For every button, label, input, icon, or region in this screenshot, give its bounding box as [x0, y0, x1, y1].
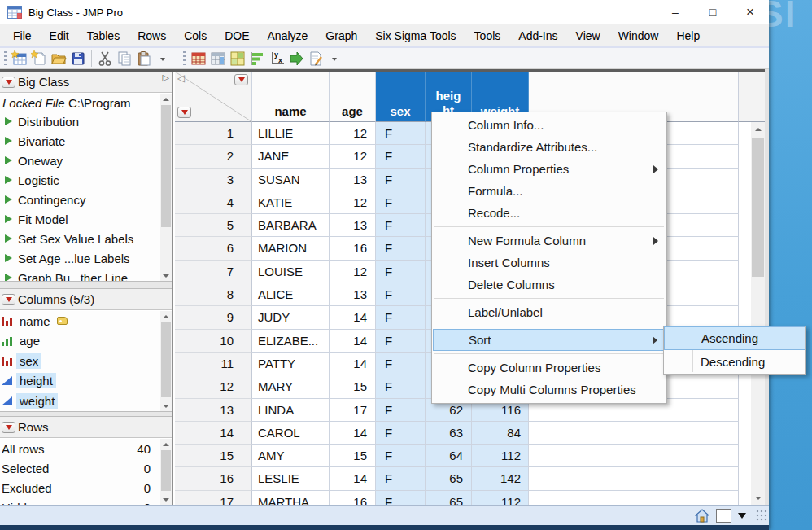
context-menu-item[interactable] — [433, 351, 666, 357]
row-number-cell[interactable]: 12 — [175, 375, 252, 398]
panel-splitter[interactable] — [0, 411, 172, 417]
new-journal-icon[interactable] — [29, 49, 49, 68]
script-item[interactable]: Graph Bu...ther Line — [0, 268, 172, 281]
toolbar-grip[interactable] — [4, 51, 7, 66]
cell-name[interactable]: SUSAN — [252, 169, 330, 191]
cell-age[interactable]: 13 — [330, 214, 376, 237]
column-header-name[interactable]: name — [252, 72, 330, 122]
menu-item[interactable]: DOE — [216, 25, 258, 46]
context-menu-item[interactable]: Label/Unlabel — [433, 301, 666, 323]
sort-submenu-item[interactable]: Descending — [664, 350, 805, 374]
row-number-cell[interactable]: 2 — [175, 145, 252, 168]
cell-sex[interactable]: F — [376, 445, 426, 467]
resize-grip-icon[interactable] — [756, 510, 767, 521]
context-menu-item[interactable] — [433, 224, 666, 230]
cell-name[interactable]: ALICE — [252, 283, 330, 306]
script-item[interactable]: Fit Model — [0, 209, 172, 229]
context-menu-item[interactable]: Sort — [433, 329, 666, 351]
context-menu-item[interactable]: New Formula Column — [433, 230, 666, 252]
cell-name[interactable]: CAROL — [252, 422, 330, 445]
context-menu-item[interactable] — [433, 296, 666, 301]
scroll-down-icon[interactable] — [160, 494, 172, 505]
cell-age[interactable]: 12 — [330, 191, 376, 214]
column-list-item[interactable]: weight — [0, 391, 172, 411]
dropdown-arrow-icon[interactable] — [738, 513, 746, 519]
home-icon[interactable] — [695, 509, 709, 523]
row-number-cell[interactable]: 9 — [175, 306, 252, 329]
cell-name[interactable]: JANE — [252, 145, 330, 168]
cell-sex[interactable]: F — [376, 491, 426, 505]
cell-age[interactable]: 12 — [330, 145, 376, 168]
cell-name[interactable]: LOUISE — [252, 261, 330, 283]
cell-height[interactable]: 65 — [426, 491, 472, 505]
context-menu-item[interactable]: Column Properties — [433, 158, 666, 180]
copy-icon[interactable] — [115, 49, 134, 68]
cell-weight[interactable]: 84 — [472, 422, 529, 445]
column-header-age[interactable]: age — [330, 72, 376, 122]
cell-sex[interactable]: F — [376, 467, 426, 490]
scroll-up-icon[interactable] — [160, 311, 172, 322]
toolbar-overflow-icon[interactable] — [157, 50, 168, 67]
cell-age[interactable]: 14 — [330, 306, 376, 329]
scroll-up-icon[interactable] — [160, 439, 172, 449]
script-item[interactable]: Logistic — [0, 170, 172, 190]
new-data-table-icon[interactable] — [10, 49, 29, 68]
context-menu-item[interactable]: Recode... — [433, 202, 666, 224]
row-number-cell[interactable]: 1 — [175, 122, 252, 145]
cell-age[interactable]: 13 — [330, 169, 376, 191]
context-menu-item[interactable]: Copy Multi Columns Properties — [433, 379, 666, 401]
script-item[interactable]: Set Sex Value Labels — [0, 229, 172, 248]
row-number-cell[interactable]: 10 — [175, 330, 252, 353]
cell-height[interactable]: 65 — [426, 467, 472, 490]
grid-corner-cell[interactable]: ◁ — [175, 72, 252, 122]
menu-item[interactable]: Tools — [465, 25, 510, 46]
sort-submenu-item[interactable]: Ascending — [664, 326, 805, 350]
menu-item[interactable]: Analyze — [259, 25, 317, 46]
row-number-cell[interactable]: 6 — [175, 237, 252, 260]
table-menu-icon[interactable] — [2, 77, 15, 88]
column-list-item[interactable]: name — [0, 311, 172, 331]
maximize-button[interactable]: □ — [694, 0, 731, 24]
preview-box-icon[interactable] — [716, 509, 731, 523]
cell-age[interactable]: 16 — [330, 491, 376, 505]
sidebar-collapse-icon[interactable]: ▷ — [163, 72, 169, 83]
menu-item[interactable]: File — [4, 25, 41, 46]
row-number-cell[interactable]: 11 — [175, 353, 252, 375]
scroll-up-icon[interactable] — [160, 94, 172, 104]
open-icon[interactable] — [49, 49, 68, 68]
cell-sex[interactable]: F — [376, 214, 426, 237]
close-button[interactable]: × — [731, 0, 769, 24]
cell-name[interactable]: LINDA — [252, 399, 330, 422]
context-menu-item[interactable]: Standardize Attributes... — [433, 136, 666, 158]
row-number-cell[interactable]: 8 — [175, 283, 252, 306]
bar-chart-icon[interactable] — [247, 49, 267, 68]
row-number-cell[interactable]: 14 — [175, 422, 252, 445]
cell-name[interactable]: LESLIE — [252, 467, 330, 490]
cell-age[interactable]: 15 — [330, 375, 376, 398]
cell-name[interactable]: LILLIE — [252, 122, 330, 145]
row-number-cell[interactable]: 7 — [175, 261, 252, 283]
cell-sex[interactable]: F — [376, 145, 426, 168]
row-number-cell[interactable]: 15 — [175, 445, 252, 467]
data-table-icon[interactable] — [189, 49, 208, 68]
grid-icon[interactable] — [228, 49, 247, 68]
assign-icon[interactable] — [286, 49, 306, 68]
cell-name[interactable]: MARY — [252, 375, 330, 398]
scrollbar[interactable] — [160, 439, 172, 505]
rows-menu-icon[interactable] — [2, 422, 15, 433]
cell-sex[interactable]: F — [376, 191, 426, 214]
context-menu-item[interactable]: Copy Column Properties — [433, 357, 666, 379]
plot-yx-icon[interactable]: yx — [267, 49, 286, 68]
collapse-left-icon[interactable]: ◁ — [177, 72, 185, 84]
column-list-item[interactable]: height — [0, 371, 172, 392]
new-column-icon[interactable] — [208, 49, 228, 68]
cell-sex[interactable]: F — [376, 283, 426, 306]
cell-sex[interactable]: F — [376, 122, 426, 145]
scroll-down-icon[interactable] — [751, 491, 765, 505]
script-icon[interactable] — [306, 49, 325, 68]
cell-sex[interactable]: F — [376, 375, 426, 398]
cut-icon[interactable] — [95, 49, 115, 68]
cell-name[interactable]: AMY — [252, 445, 330, 467]
scroll-down-icon[interactable] — [160, 270, 172, 281]
menu-item[interactable]: Add-Ins — [509, 25, 566, 46]
